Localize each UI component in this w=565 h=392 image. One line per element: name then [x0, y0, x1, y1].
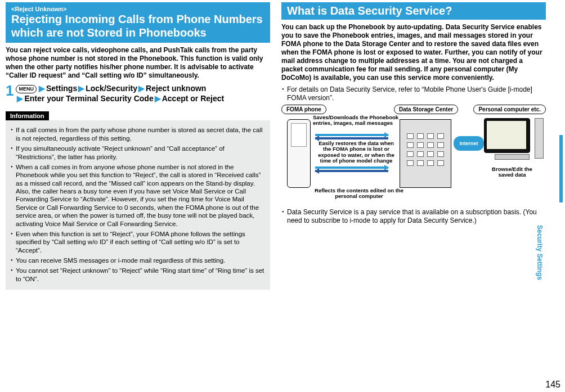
info-item: If you simultaneously activate “Reject u… — [10, 145, 266, 161]
info-item: You cannot set “Reject unknown” to “Reje… — [10, 267, 266, 283]
intro-paragraph: You can reject voice calls, videophone c… — [6, 46, 270, 80]
step-text: MENU▶Settings▶Lock/Security▶Reject unkno… — [16, 83, 224, 103]
dss-note-2: Data Security Service is a pay service t… — [281, 208, 546, 225]
chip-pc: Personal computer etc. — [473, 105, 546, 114]
step-part-lock: Lock/Security — [86, 84, 137, 93]
data-center-icon — [400, 119, 451, 188]
arrow-icon: ▶ — [39, 84, 45, 93]
info-item: Even when this function is set to “Rejec… — [10, 230, 266, 254]
chip-data-center: Data Storage Center — [394, 105, 458, 114]
section-tag: <Reject Unknown> — [11, 6, 264, 12]
arrow-icon: ▶ — [138, 84, 145, 93]
info-item: When a call comes in from anyone whose p… — [10, 163, 266, 228]
diag-saves-text: Saves/Downloads the Phonebook entries, i… — [313, 115, 403, 127]
internet-label: Internet — [454, 136, 484, 151]
diag-browse-text: Browse/Edit the saved data — [484, 166, 540, 178]
information-box: If a call comes in from the party whose … — [6, 120, 270, 290]
pc-icon — [484, 118, 540, 163]
section-title: Rejecting Incoming Calls from Phone Numb… — [11, 12, 264, 39]
page-number: 145 — [545, 380, 560, 390]
step-1: 1 MENU▶Settings▶Lock/Security▶Reject unk… — [6, 83, 270, 103]
side-tab-label: Security Settings — [555, 135, 563, 225]
phone-icon — [287, 119, 311, 188]
info-item: If a call comes in from the party whose … — [10, 126, 266, 142]
info-item: You can receive SMS messages or i-mode m… — [10, 256, 266, 264]
dss-note: For details on Data Security Service, re… — [281, 85, 546, 102]
arrow-icon: ▶ — [17, 94, 23, 103]
step-part-settings: Settings — [46, 84, 77, 93]
menu-icon: MENU — [16, 85, 37, 93]
information-header: Information — [6, 111, 49, 120]
chip-foma-phone: FOMA phone — [281, 105, 326, 114]
step-line2a: Enter your Terminal Security Code — [24, 94, 153, 103]
step-number: 1 — [6, 83, 14, 98]
dss-intro: You can back up the Phonebook by auto-up… — [281, 23, 546, 82]
section-header-dss: What is Data Security Service? — [281, 2, 546, 20]
arrow-icon: ▶ — [78, 84, 84, 93]
step-line2b: Accept or Reject — [162, 94, 224, 103]
arrow-icon: ▶ — [155, 94, 161, 103]
diag-reflects-text: Reflects the contents edited on the pers… — [314, 188, 404, 200]
dss-diagram: FOMA phone Data Storage Center Personal … — [281, 105, 546, 206]
diag-restores-text: Easily restores the data when the FOMA p… — [314, 141, 398, 164]
section-header-reject: <Reject Unknown> Rejecting Incoming Call… — [6, 2, 270, 43]
step-part-reject: Reject unknown — [146, 84, 206, 93]
